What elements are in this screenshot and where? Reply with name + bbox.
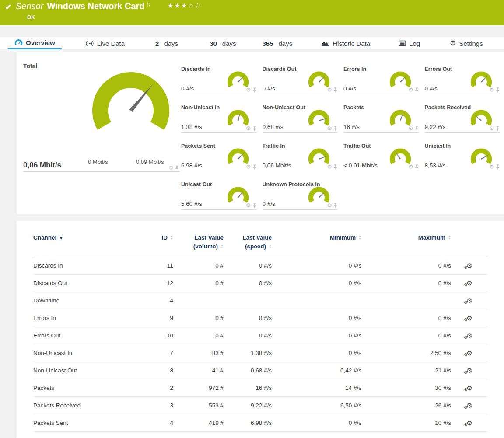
- channel-gauge-cell[interactable]: Packets 16 #/s ⚙: [343, 101, 419, 133]
- channel-gauge-cell[interactable]: Non-Unicast In 1,38 #/s ⚙: [181, 101, 256, 133]
- channel-gauge-cell[interactable]: Errors In 0 #/s ⚙: [343, 63, 419, 94]
- channel-gauge-cell[interactable]: Packets Received 9,22 #/s ⚙: [425, 101, 500, 133]
- channel-gauge-cell[interactable]: Discards In 0 #/s ⚙: [181, 63, 256, 94]
- pin-icon[interactable]: [496, 87, 500, 93]
- channel-id-cell: 2: [143, 379, 173, 397]
- channel-row[interactable]: Packets Sent4419 #6,98 #/s0 #/s10 #/s⚙⚙: [33, 414, 488, 432]
- channel-settings-cell: ⚙⚙: [451, 275, 488, 292]
- pin-icon[interactable]: [415, 87, 419, 93]
- sort-icon[interactable]: ▲▼: [269, 244, 272, 248]
- channel-settings-gear-icon[interactable]: ⚙⚙: [466, 314, 472, 322]
- last-value-speed-cell: [224, 292, 272, 309]
- channel-gear-icon[interactable]: ⚙: [489, 164, 494, 170]
- tab-settings[interactable]: ⚙ Settings: [448, 37, 485, 49]
- channel-settings-cell: ⚙⚙: [451, 292, 488, 309]
- column-header[interactable]: ID▲▼: [143, 233, 173, 257]
- channel-row[interactable]: Non-Unicast In783 #1,38 #/s0 #/s2,50 #/s…: [33, 344, 488, 362]
- tab-historic-data[interactable]: Historic Data: [319, 37, 372, 49]
- sort-icon[interactable]: ▲▼: [448, 235, 451, 240]
- tab-log[interactable]: Log: [397, 37, 422, 49]
- channel-settings-gear-icon[interactable]: ⚙⚙: [466, 402, 472, 410]
- area-chart-icon: [321, 40, 329, 47]
- channel-gear-icon[interactable]: ⚙: [246, 87, 251, 93]
- column-header[interactable]: Maximum▲▼: [361, 233, 451, 257]
- tab-365-days[interactable]: 365 days: [261, 37, 294, 49]
- channel-gauge-cell[interactable]: Discards Out 0 #/s ⚙: [262, 63, 338, 94]
- pin-icon[interactable]: [333, 126, 337, 131]
- channel-gauge-cell[interactable]: Unknown Protocols In 0 #/s ⚙: [262, 178, 338, 210]
- channel-settings-gear-icon[interactable]: ⚙⚙: [466, 419, 472, 427]
- channel-gear-icon[interactable]: ⚙: [246, 164, 251, 170]
- pin-icon[interactable]: [333, 203, 337, 208]
- pin-icon[interactable]: [496, 126, 500, 131]
- channel-gear-icon[interactable]: ⚙: [246, 125, 251, 131]
- channel-gauge-cell[interactable]: Packets Sent 6,98 #/s ⚙: [181, 139, 256, 171]
- channel-gauge-cell[interactable]: Non-Unicast Out 0,68 #/s ⚙: [262, 101, 338, 133]
- total-gauge-cell[interactable]: Total 0 Mbit/s 0,09 Mbit/s 0,06 Mbit/s ⚙: [23, 63, 180, 172]
- channel-gear-icon[interactable]: ⚙: [327, 125, 332, 131]
- channel-row[interactable]: Non-Unicast Out841 #0,68 #/s0,42 #/s21 #…: [33, 362, 488, 379]
- channel-gauge-cell[interactable]: Errors Out 0 #/s ⚙: [425, 63, 500, 94]
- channel-settings-gear-icon[interactable]: ⚙⚙: [466, 384, 472, 392]
- pin-icon[interactable]: [415, 164, 419, 170]
- column-header[interactable]: Last Value(volume)▲▼: [173, 233, 224, 257]
- channel-gauge-cell[interactable]: Unicast Out 5,60 #/s ⚙: [181, 178, 256, 210]
- channel-gauge-cell[interactable]: Traffic In 0,06 Mbit/s ⚙: [262, 139, 338, 171]
- channel-gear-icon[interactable]: ⚙: [168, 165, 174, 170]
- channel-gauge-cell[interactable]: Unicast In 8,53 #/s ⚙: [425, 139, 500, 171]
- column-label: ID: [162, 234, 168, 241]
- channel-gear-icon[interactable]: ⚙: [489, 87, 494, 93]
- channel-settings-gear-icon[interactable]: ⚙⚙: [466, 349, 472, 357]
- sort-icon[interactable]: ▲▼: [170, 235, 173, 240]
- channel-row[interactable]: Discards Out120 #0 #/s0 #/s0 #/s⚙⚙: [33, 275, 488, 292]
- column-header[interactable]: Channel▼: [33, 233, 143, 257]
- sort-active-icon[interactable]: ▼: [59, 236, 63, 240]
- tab-30-days[interactable]: 30 days: [208, 37, 238, 49]
- pin-icon[interactable]: [415, 126, 419, 131]
- channel-settings-gear-icon[interactable]: ⚙⚙: [466, 279, 472, 287]
- channel-settings-gear-icon[interactable]: ⚙⚙: [466, 367, 472, 375]
- channel-gear-icon[interactable]: ⚙: [408, 125, 413, 131]
- channel-row[interactable]: Packets2972 #16 #/s14 #/s30 #/s⚙⚙: [33, 379, 488, 397]
- channel-gear-icon[interactable]: ⚙: [327, 164, 332, 170]
- channel-settings-gear-icon[interactable]: ⚙⚙: [466, 262, 472, 270]
- channel-gear-icon[interactable]: ⚙: [246, 202, 251, 208]
- sort-icon[interactable]: ▲▼: [358, 235, 361, 240]
- pin-icon[interactable]: [333, 164, 337, 170]
- channel-row[interactable]: Downtime-4⚙⚙: [33, 292, 488, 309]
- total-gauge: [84, 66, 177, 153]
- channel-gear-icon[interactable]: ⚙: [489, 125, 494, 131]
- column-header[interactable]: Last Value(speed)▲▼: [224, 233, 272, 257]
- pin-icon[interactable]: [496, 164, 500, 170]
- column-label: Minimum: [330, 234, 356, 241]
- gear-icon: ⚙: [450, 40, 456, 47]
- channel-row[interactable]: Packets Received3553 #9,22 #/s6,50 #/s26…: [33, 397, 488, 414]
- channel-row[interactable]: Errors Out100 #0 #/s0 #/s0 #/s⚙⚙: [33, 327, 488, 344]
- channel-row[interactable]: Discards In110 #0 #/s0 #/s0 #/s⚙⚙: [33, 257, 488, 275]
- channel-settings-gear-icon[interactable]: ⚙⚙: [466, 297, 472, 305]
- last-value-volume-cell: 972 #: [173, 379, 224, 397]
- tab-overview[interactable]: Overview: [8, 37, 62, 49]
- pin-icon[interactable]: [252, 126, 256, 131]
- channel-gear-icon[interactable]: ⚙: [327, 87, 332, 93]
- channel-gauge-cell[interactable]: Traffic Out < 0,01 Mbit/s ⚙: [343, 139, 419, 171]
- last-value-speed-cell: 0 #/s: [224, 257, 272, 275]
- pin-icon[interactable]: [252, 87, 256, 93]
- column-header[interactable]: Minimum▲▼: [272, 233, 361, 257]
- channel-gear-icon[interactable]: ⚙: [408, 87, 413, 93]
- tab-live-data[interactable]: Live Data: [84, 37, 126, 49]
- channel-row[interactable]: Errors In90 #0 #/s0 #/s0 #/s⚙⚙: [33, 309, 488, 327]
- channel-gear-icon[interactable]: ⚙: [327, 202, 332, 208]
- pin-icon[interactable]: [252, 203, 256, 208]
- channel-gear-icon[interactable]: ⚙: [408, 164, 413, 170]
- channel-id-cell: 4: [143, 414, 173, 432]
- pin-icon[interactable]: [175, 165, 179, 170]
- flag-icon[interactable]: ⚐: [147, 2, 151, 8]
- pin-icon[interactable]: [252, 164, 256, 170]
- channel-settings-gear-icon[interactable]: ⚙⚙: [466, 332, 472, 340]
- tab-2-days[interactable]: 2 days: [154, 37, 180, 49]
- status-check-icon: ✔: [5, 3, 11, 12]
- sort-icon[interactable]: ▲▼: [220, 244, 224, 248]
- pin-icon[interactable]: [333, 87, 337, 93]
- priority-stars[interactable]: ★★★☆☆: [168, 2, 201, 9]
